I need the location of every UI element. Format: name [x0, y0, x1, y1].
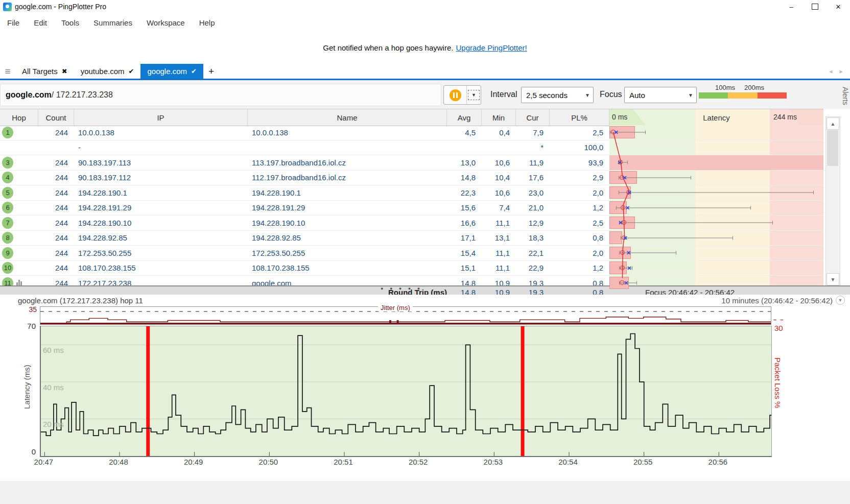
time-tick-label: 20:51: [330, 458, 356, 466]
count-cell: [38, 140, 74, 155]
pause-icon: [450, 89, 461, 101]
hop-badge: 5: [2, 187, 13, 199]
ip-cell: 194.228.92.85: [74, 231, 248, 246]
table-row[interactable]: 9 244 172.253.50.255 172.253.50.255 15,4…: [0, 246, 823, 261]
scroll-down-icon[interactable]: ▼: [827, 273, 839, 285]
latency-timeline-plot[interactable]: [40, 326, 772, 457]
new-target-button[interactable]: +: [203, 64, 219, 79]
tab-youtube[interactable]: youtube.com ✔: [74, 64, 141, 79]
trace-table-body: 1 244 10.0.0.138 10.0.0.138 4,5 0,4 7,9 …: [0, 125, 823, 285]
time-tick-label: 20:48: [106, 458, 131, 466]
menu-help[interactable]: Help: [192, 18, 222, 27]
tab-scroll-left-icon[interactable]: ◂: [829, 67, 833, 75]
table-scrollbar[interactable]: ▲ ▼: [825, 116, 840, 286]
notification-text: Get notified when a hop goes haywire.: [323, 43, 453, 52]
header-min[interactable]: Min: [482, 109, 516, 126]
ip-cell: 10.0.0.138: [74, 125, 248, 140]
trace-table-header: Hop Count IP Name Avg Min Cur PL% 0 ms L…: [0, 109, 823, 126]
timeline-range-selector[interactable]: 10 minutes (20:46:42 - 20:56:42): [721, 296, 833, 305]
count-cell: 244: [38, 215, 74, 230]
close-tab-icon[interactable]: ✖: [62, 67, 67, 75]
count-cell: 244: [38, 231, 74, 246]
menu-summaries[interactable]: Summaries: [86, 18, 139, 27]
minimize-button[interactable]: –: [780, 0, 803, 13]
header-avg[interactable]: Avg: [447, 109, 482, 126]
table-row[interactable]: 7 244 194.228.190.10 194.228.190.10 16,6…: [0, 215, 823, 231]
avg-cell: 15,4: [447, 246, 482, 260]
hamburger-icon[interactable]: ≡: [0, 64, 15, 79]
tab-google[interactable]: google.com ✔: [140, 64, 203, 79]
time-tick-label: 20:56: [705, 458, 730, 466]
header-hop[interactable]: Hop: [0, 109, 38, 126]
header-ip[interactable]: IP: [74, 109, 248, 126]
table-row[interactable]: 3 244 90.183.197.113 113.197.broadband16…: [0, 155, 823, 171]
time-tick-label: 20:52: [406, 458, 431, 466]
table-row[interactable]: 10 244 108.170.238.155 108.170.238.155 1…: [0, 261, 823, 276]
time-tick-label: 20:49: [181, 458, 206, 466]
count-cell: 244: [38, 261, 74, 276]
hop-badge: 1: [2, 127, 13, 138]
header-name[interactable]: Name: [248, 109, 447, 126]
ip-cell: 172.253.50.255: [74, 246, 248, 260]
round-trip-summary-row: Round Trip (ms) 14,8 10,9 19,3 0,8 Focus…: [0, 285, 850, 295]
header-latency[interactable]: 0 ms Latency 244 ms: [609, 109, 823, 126]
min-cell: 11,1: [482, 261, 516, 276]
latency-cell: ✕: [609, 215, 823, 230]
latency-color-legend: 100ms 200ms: [699, 84, 787, 99]
pause-button[interactable]: [444, 86, 467, 104]
min-cell: 10,6: [482, 155, 516, 170]
pause-dropdown-button[interactable]: ▼: [467, 86, 481, 104]
interval-select[interactable]: 2,5 seconds ▼: [521, 87, 594, 103]
chevron-down-icon: ▼: [468, 90, 480, 100]
upgrade-link[interactable]: Upgrade PingPlotter!: [456, 43, 527, 52]
close-button[interactable]: ✕: [827, 0, 850, 13]
min-cell: 13,1: [482, 231, 516, 246]
name-cell: 10.0.0.138: [248, 125, 447, 140]
menu-tools[interactable]: Tools: [54, 18, 86, 27]
name-cell: 108.170.238.155: [248, 261, 447, 276]
avg-cell: [447, 140, 482, 155]
chevron-down-icon[interactable]: ▼: [836, 296, 845, 305]
time-tick-label: 20:53: [480, 458, 506, 466]
name-cell: 113.197.broadband16.iol.cz: [248, 155, 447, 170]
window-title: google.com - PingPlotter Pro: [15, 3, 106, 11]
min-cell: 0,4: [482, 125, 516, 140]
pause-split-button: ▼: [443, 85, 481, 105]
splitter-handle[interactable]: ● ● ● ● ●: [381, 286, 422, 291]
table-row[interactable]: 6 244 194.228.191.29 194.228.191.29 15,6…: [0, 201, 823, 216]
table-row[interactable]: - * 100,0: [0, 140, 823, 156]
chevron-down-icon: ▼: [685, 92, 696, 98]
avg-cell: 15,1: [447, 261, 482, 276]
name-cell: 172.253.50.255: [248, 246, 447, 260]
header-count[interactable]: Count: [38, 109, 74, 126]
tab-all-targets[interactable]: All Targets ✖: [15, 64, 74, 79]
tab-scroll-right-icon[interactable]: ▸: [839, 67, 843, 75]
target-name-field[interactable]: google.com / 172.217.23.238: [0, 84, 441, 106]
name-cell: 194.228.92.85: [248, 231, 447, 246]
table-row[interactable]: 1 244 10.0.0.138 10.0.0.138 4,5 0,4 7,9 …: [0, 125, 823, 140]
scrollbar-thumb[interactable]: [827, 130, 838, 166]
header-pl[interactable]: PL%: [550, 109, 609, 126]
avg-cell: 22,3: [447, 185, 482, 200]
gridline-label: 60 ms: [43, 346, 64, 354]
current-marker-icon: ✕: [624, 279, 628, 287]
header-cur[interactable]: Cur: [516, 109, 550, 126]
cur-cell: 22,1: [516, 246, 550, 260]
current-marker-icon: ✕: [626, 249, 631, 257]
scroll-up-icon[interactable]: ▲: [827, 117, 839, 130]
min-cell: 11,1: [482, 215, 516, 230]
table-row[interactable]: 5 244 194.228.190.1 194.228.190.1 22,3 1…: [0, 185, 823, 201]
maximize-button[interactable]: [803, 0, 827, 13]
menu-workspace[interactable]: Workspace: [139, 18, 192, 27]
menu-edit[interactable]: Edit: [27, 18, 54, 27]
hop-badge: 8: [2, 232, 13, 244]
gridline-label: 40 ms: [43, 383, 64, 392]
focus-select[interactable]: Auto ▼: [624, 87, 697, 103]
table-row[interactable]: 8 244 194.228.92.85 194.228.92.85 17,1 1…: [0, 231, 823, 246]
table-row[interactable]: 4 244 90.183.197.112 112.197.broadband16…: [0, 171, 823, 186]
latency-cell: ✕: [609, 171, 823, 185]
alerts-side-tab[interactable]: Alerts: [841, 83, 849, 109]
menu-file[interactable]: File: [0, 18, 27, 27]
title-bar: google.com - PingPlotter Pro – ✕: [0, 0, 850, 13]
cur-cell: 23,0: [516, 185, 550, 200]
